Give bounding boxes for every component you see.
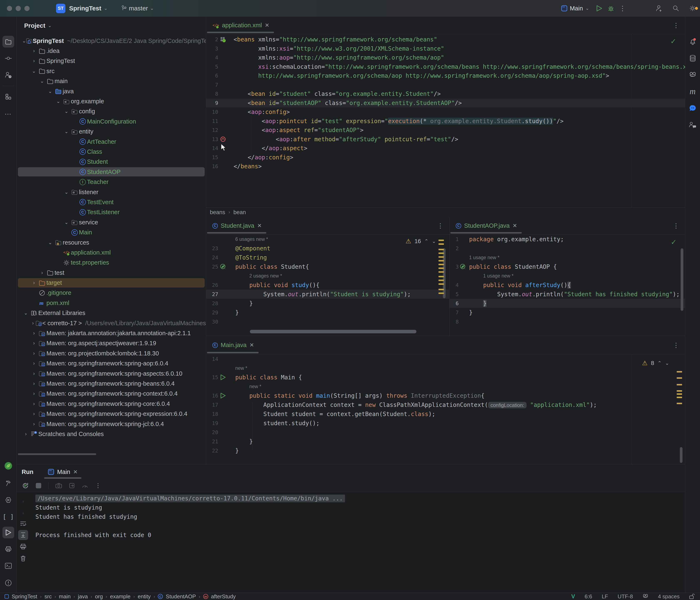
chevron-right-icon[interactable]: › xyxy=(22,431,30,437)
more-options-kebab-icon[interactable]: ⋮ xyxy=(95,483,101,488)
unlock-icon[interactable] xyxy=(689,593,695,600)
debug-button[interactable] xyxy=(605,5,617,12)
run-config-selector[interactable]: Main ⌄ xyxy=(561,5,589,12)
more-actions-button[interactable]: ⋮ xyxy=(617,5,628,12)
tree-row-studentaop[interactable]: CStudentAOP xyxy=(17,167,206,177)
console-line[interactable]: Student is studying xyxy=(35,503,345,512)
tree-row-listener[interactable]: ⌄listener xyxy=(17,187,206,197)
code-line-14[interactable]: 14 </aop:aspect> xyxy=(206,144,685,153)
chevron-right-icon[interactable]: › xyxy=(30,320,35,326)
code-line-26[interactable]: 26 public void study(){ xyxy=(206,281,449,290)
window-controls[interactable] xyxy=(7,6,33,11)
codewithme-tool-button[interactable] xyxy=(687,119,699,131)
services-tool-button[interactable] xyxy=(2,494,14,506)
status-crumb-java[interactable]: java xyxy=(78,593,88,600)
status-crumb-entity[interactable]: entity xyxy=(138,593,151,600)
close-tab-icon[interactable]: ✕ xyxy=(512,222,517,229)
chevron-down-icon[interactable]: ⌄ xyxy=(22,310,30,316)
tab-main-java[interactable]: C Main.java ✕ xyxy=(206,336,259,354)
horizontal-scrollbar[interactable] xyxy=(250,330,417,333)
chevron-right-icon[interactable]: › xyxy=(30,401,38,407)
problems-indicator[interactable]: ⚠ 16 ⌃ ⌄ xyxy=(406,238,436,245)
editor-options-kebab-icon[interactable]: ⋮ xyxy=(437,222,444,230)
prev-problem-icon[interactable]: ⌃ xyxy=(657,360,662,366)
aop-code-area[interactable]: 1package org.example.entity;21 usage new… xyxy=(450,235,685,326)
more-tools-button[interactable]: … xyxy=(2,106,14,118)
settings-button[interactable] xyxy=(687,5,698,11)
console-line[interactable]: Process finished with exit code 0 xyxy=(35,530,345,539)
code-line-13[interactable]: 13 <aop:after method="afterStudy" pointc… xyxy=(206,135,685,144)
tree-row-org-example[interactable]: ⌄org.example xyxy=(17,96,206,106)
code-line-2[interactable]: 2<beans xmlns="http://www.springframewor… xyxy=(206,35,685,44)
tree-row-service[interactable]: ⌄service xyxy=(17,217,206,227)
maven-tool-button[interactable]: m xyxy=(687,86,699,97)
prev-problem-icon[interactable]: ⌃ xyxy=(424,238,428,244)
code-line-7[interactable]: 7} xyxy=(450,308,685,317)
vertical-scrollbar[interactable] xyxy=(680,447,682,463)
close-tab-icon[interactable]: ✕ xyxy=(249,342,254,348)
next-problem-icon[interactable]: ⌄ xyxy=(665,360,669,366)
breadcrumb-beans[interactable]: beans xyxy=(210,209,225,216)
tree-row-main[interactable]: CMain xyxy=(17,227,206,237)
chevron-right-icon[interactable]: › xyxy=(30,340,38,346)
code-line-5[interactable]: 5 xsi:schemaLocation="http://www.springf… xyxy=(206,62,685,71)
code-line-25[interactable]: 25public class Student{ xyxy=(206,262,449,271)
chevron-down-icon[interactable]: ⌄ xyxy=(63,109,70,114)
code-line-1[interactable]: 1package org.example.entity; xyxy=(450,235,685,244)
close-window-icon[interactable] xyxy=(7,6,12,11)
tree-row-class[interactable]: CClass xyxy=(17,147,206,157)
tree-horizontal-scrollbar[interactable] xyxy=(18,453,96,455)
tree-row-src[interactable]: ⌄src xyxy=(17,66,206,76)
ai-assistant-button[interactable] xyxy=(687,69,699,81)
problems-indicator[interactable]: ⚠ 8 ⌃ ⌄ xyxy=(642,359,669,367)
copilot-icon[interactable] xyxy=(643,594,648,599)
code-line-14[interactable]: 14 xyxy=(206,354,685,363)
tree-row-external-libraries[interactable]: ⌄External Libraries xyxy=(17,308,206,318)
code-line-24[interactable]: 24@ToString xyxy=(206,253,449,262)
code-line-22[interactable]: 22} xyxy=(206,446,685,455)
code-line-9[interactable]: 9 <bean id="studentAOP" class="org.examp… xyxy=(206,99,685,108)
tree-row-mainconfiguration[interactable]: CMainConfiguration xyxy=(17,117,206,126)
tree-row-springtest[interactable]: ›SpringTest xyxy=(17,56,206,66)
screenshot-button[interactable] xyxy=(56,483,62,488)
spring-project-avatar[interactable] xyxy=(2,460,14,472)
code-with-me-button[interactable] xyxy=(653,5,665,12)
tree-row-testevent[interactable]: CTestEvent xyxy=(17,197,206,207)
chevron-down-icon[interactable]: ⌄ xyxy=(30,68,38,74)
close-tab-icon[interactable]: ✕ xyxy=(265,22,269,28)
code-line-11[interactable]: 11 <aop:pointcut id="test" expression="e… xyxy=(206,117,685,126)
code-line-7[interactable]: 7 xyxy=(206,80,685,90)
code-line-8[interactable]: 8 xyxy=(450,317,685,326)
status-crumb-src[interactable]: src xyxy=(45,593,52,600)
gutter-bean-icon[interactable] xyxy=(459,264,467,270)
tree-row-maven-org-springframework-spring-beans-6-0-4[interactable]: ›Maven: org.springframework:spring-beans… xyxy=(17,379,206,388)
chevron-down-icon[interactable]: ⌄ xyxy=(63,129,70,135)
chevron-down-icon[interactable]: ⌄ xyxy=(46,240,54,245)
line-ending[interactable]: LF xyxy=(602,593,608,600)
tree-row-maven-jakarta-annotation-jakarta-annotation-api-2-1-1[interactable]: ›Maven: jakarta.annotation:jakarta.annot… xyxy=(17,328,206,338)
code-line-29[interactable]: 29} xyxy=(206,308,449,317)
tree-row-pom-xml[interactable]: mpom.xml xyxy=(17,298,206,308)
close-tab-icon[interactable]: ✕ xyxy=(257,222,262,229)
code-line-3[interactable]: 3public class StudentAOP { xyxy=(450,262,685,271)
code-line-15[interactable]: 15 </aop:config> xyxy=(206,153,685,162)
run-tab-main[interactable]: Main ✕ xyxy=(44,464,82,479)
code-line-18[interactable]: 18 Student student = context.getBean(Stu… xyxy=(206,409,685,418)
inspections-ok-icon[interactable]: ✓ xyxy=(670,37,676,45)
tree-row-artteacher[interactable]: CArtTeacher xyxy=(17,137,206,147)
chevron-down-icon[interactable]: ⌄ xyxy=(63,189,70,195)
tree-row-maven-org-projectlombok-lombok-1-18-30[interactable]: ›Maven: org.projectlombok:lombok:1.18.30 xyxy=(17,348,206,358)
code-line-16[interactable]: 16 public static void main(String[] args… xyxy=(206,391,685,400)
code-line-8[interactable]: 8 <bean id="student" class="org.example.… xyxy=(206,89,685,99)
status-crumb-org[interactable]: org xyxy=(95,593,103,600)
tree-row-maven-org-springframework-spring-expression-6-0-4[interactable]: ›Maven: org.springframework:spring-expre… xyxy=(17,409,206,419)
code-line-4[interactable]: 4 xmlns:aop="http://www.springframework.… xyxy=(206,53,685,62)
console-line[interactable]: /Users/eve/Library/Java/JavaVirtualMachi… xyxy=(35,494,345,503)
inspections-ok-icon[interactable]: ✓ xyxy=(671,238,677,246)
tree-row-maven-org-springframework-spring-aop-6-0-4[interactable]: ›Maven: org.springframework:spring-aop:6… xyxy=(17,359,206,368)
code-line-5[interactable]: 5 System.out.println("Student has finish… xyxy=(450,290,685,299)
database-tool-button[interactable] xyxy=(687,52,699,64)
tree-row--idea[interactable]: ›.idea xyxy=(17,46,206,56)
branch-selector[interactable]: master ⌄ xyxy=(121,5,154,12)
tree-row-teacher[interactable]: ITeacher xyxy=(17,177,206,187)
